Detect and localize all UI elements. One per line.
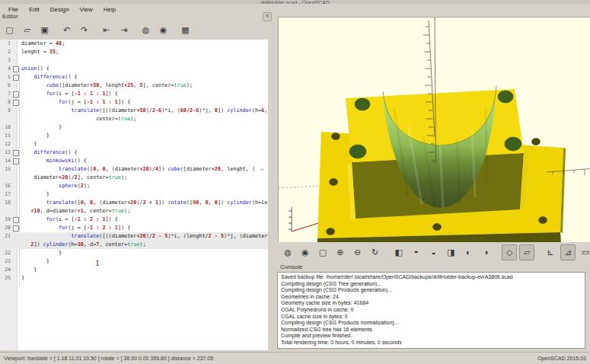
console-line: Compiling design (CSG Products normaliza… (281, 320, 585, 327)
view-back-button[interactable]: ◑ (478, 244, 493, 260)
code-line[interactable]: 6 cube([diameter+50, lenght+25, 5], cent… (0, 81, 268, 90)
open-file-button[interactable]: ▱ (19, 22, 35, 38)
code-text: } (21, 140, 37, 148)
zoom-in-button[interactable]: ⊕ (333, 244, 348, 260)
code-text: translate([0, 0, (diameter+20)/4]) cube(… (21, 165, 255, 174)
code-line[interactable]: 21 translate([((diameter+20)/2 - 5)*i, (… (0, 232, 268, 241)
fold-marker[interactable]: - (13, 66, 19, 72)
indent-button[interactable]: ⇥ (116, 22, 132, 38)
code-text: +10, d=diameter+1, center=true); (21, 207, 130, 216)
new-file-button[interactable]: ▢ (2, 22, 18, 38)
line-number: 18 (0, 199, 11, 207)
menu-help[interactable]: Help (98, 5, 121, 14)
perspective-button[interactable]: ◇ (502, 244, 517, 260)
line-number: 24 (0, 266, 11, 274)
undo-button[interactable]: ↶ (59, 22, 75, 38)
fold-marker[interactable]: - (13, 75, 19, 81)
code-line[interactable]: 2lenght = 35; (0, 48, 268, 56)
orthogonal-button[interactable]: ▱ (519, 244, 534, 260)
view-top-button[interactable]: ◓ (409, 244, 424, 260)
code-line[interactable]: 22 } (0, 249, 268, 257)
view-left-button[interactable]: ◨ (443, 244, 458, 260)
line-number: 14 (0, 157, 11, 165)
line-number: 23 (0, 257, 11, 266)
code-line[interactable]: 8- for(j = [-1 : 1 : 1]) { (0, 98, 268, 107)
render-button[interactable]: ◉ (155, 22, 171, 38)
menu-edit[interactable]: Edit (24, 5, 45, 14)
status-bar: Viewport: translate = [ 1.18 11.01 19.50… (0, 352, 590, 364)
line-number: 5 (0, 73, 11, 81)
3d-viewport[interactable] (278, 17, 590, 243)
code-line[interactable]: 1diameter = 48; (0, 40, 268, 48)
zoom-all-button[interactable]: ▢ (315, 244, 330, 260)
fold-marker[interactable]: - (13, 158, 19, 164)
code-line[interactable]: 11 } (0, 132, 268, 140)
redo-button[interactable]: ↷ (76, 22, 92, 38)
fold-marker[interactable]: - (13, 100, 19, 106)
code-line[interactable]: 14- minkowski() { (0, 157, 268, 165)
fold-marker[interactable]: - (13, 217, 19, 223)
code-line[interactable]: 13- difference() { (0, 148, 268, 157)
code-line[interactable]: 4-union() { (0, 65, 268, 73)
line-number: 10 (0, 123, 11, 132)
view-front-button[interactable]: ◐ (461, 244, 476, 260)
view-left-icon: ◨ (447, 247, 454, 257)
indent-icon: ⇥ (120, 25, 127, 35)
code-editor[interactable]: 1diameter = 48;2lenght = 35;34-union() {… (0, 40, 268, 350)
save-button[interactable]: ▣ (37, 22, 53, 38)
show-axes-button[interactable]: ⊾ (543, 244, 558, 260)
code-text: } (21, 274, 24, 283)
code-line[interactable]: 9 translate([((diameter+50)/2-6)*i, (60/… (0, 107, 268, 115)
zoom-out-button[interactable]: ⊖ (350, 244, 365, 260)
export-stl-button[interactable]: ▦ (177, 22, 193, 38)
code-line[interactable]: 18 translate([0, 0, (diameter+20)/2 + 1]… (0, 199, 268, 207)
code-line[interactable]: 2]) cylinder(h=30, d=7, center=true); (0, 241, 268, 249)
code-line[interactable]: 23 } (0, 257, 268, 266)
code-line[interactable]: +10, d=diameter+1, center=true); (0, 207, 268, 216)
menu-design[interactable]: Design (45, 5, 75, 14)
code-line[interactable]: 10 } (0, 123, 268, 132)
code-line[interactable]: 12 } (0, 140, 268, 148)
code-line[interactable]: 7- for(i = [-1 : 1 : 1]) { (0, 90, 268, 98)
code-line[interactable]: 20- for(j = [-1 : 2 : 1]) { (0, 224, 268, 232)
code-line[interactable]: 3 (0, 56, 268, 65)
editor-close-button[interactable]: × (263, 12, 272, 21)
line-number: 4 (0, 65, 11, 73)
code-line[interactable]: diameter+20)/2], center=true); (0, 174, 268, 182)
show-crosshairs-button[interactable]: ▭ (578, 244, 590, 260)
reset-view-button[interactable]: ↻ (368, 244, 383, 260)
view-back-icon: ◑ (483, 247, 489, 257)
console-log[interactable]: Saved backup file: /home/rder/.local/sha… (277, 272, 585, 349)
menu-file[interactable]: File (3, 5, 24, 14)
zoom-out-icon: ⊖ (354, 247, 361, 257)
view-bottom-button[interactable]: ◒ (426, 244, 442, 260)
code-text: diameter = 48; (21, 40, 65, 48)
console-line: CGAL cache size in bytes: 0 (281, 314, 585, 321)
code-line[interactable]: 16 sphere(2); (0, 182, 268, 190)
unindent-button[interactable]: ⇤ (98, 22, 114, 38)
code-line[interactable]: 5- difference() { (0, 73, 268, 81)
view-right-button[interactable]: ◧ (391, 244, 407, 260)
line-number: 9 (0, 107, 11, 115)
code-line[interactable]: 24 } (0, 266, 268, 274)
code-text: } (21, 123, 62, 132)
render-icon: ◉ (160, 25, 167, 35)
code-line[interactable]: center=true); (0, 115, 268, 123)
editor-toolbar: ▢▱▣↶↷⇤⇥◍◉▦ (2, 22, 274, 39)
code-line[interactable]: 19- for(i = [-1 : 2 : 1]) { (0, 216, 268, 224)
show-scale-button[interactable]: ⊿ (560, 244, 576, 260)
code-text: for(i = [-1 : 1 : 1]) { (21, 90, 118, 98)
fold-marker[interactable]: - (13, 150, 19, 156)
line-wrap-icon: ↵ (260, 107, 263, 115)
code-line[interactable]: 17 } (0, 190, 268, 199)
preview-button[interactable]: ◍ (280, 244, 295, 260)
render-button[interactable]: ◉ (298, 244, 313, 260)
code-line[interactable]: 25} (0, 274, 268, 283)
fold-marker[interactable]: - (13, 225, 19, 231)
preview-button[interactable]: ◍ (138, 22, 154, 38)
code-line[interactable]: 15 translate([0, 0, (diameter+20)/4]) cu… (0, 165, 268, 174)
line-number: 2 (0, 48, 11, 56)
menu-view[interactable]: View (75, 5, 98, 14)
line-wrap-icon: ↵ (260, 232, 263, 241)
fold-marker[interactable]: - (13, 91, 19, 97)
